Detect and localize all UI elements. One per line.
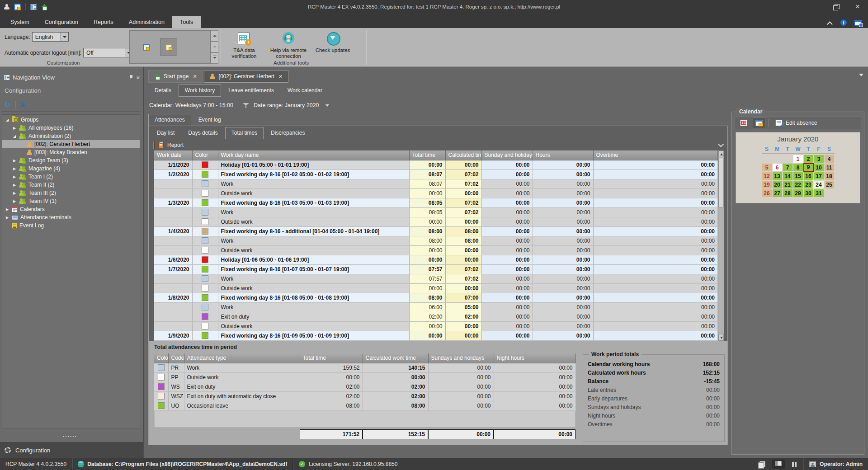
- close-tab-icon[interactable]: ✕: [193, 74, 197, 80]
- calendar-day-28[interactable]: 28: [783, 189, 793, 197]
- calendar-day-31[interactable]: 31: [814, 189, 824, 197]
- column-header-total-time[interactable]: Total time: [409, 150, 445, 160]
- menu-tab-tools[interactable]: Tools: [172, 16, 201, 28]
- expander-open-icon[interactable]: ◢: [12, 134, 17, 138]
- tree-item-groups[interactable]: ◢Groups: [2, 116, 140, 124]
- tree-item-event-log[interactable]: Event Log: [2, 221, 140, 230]
- restore-button[interactable]: [826, 0, 847, 14]
- date-range-dropdown[interactable]: Date range: January 2020: [254, 102, 319, 108]
- window-options-icon[interactable]: [854, 20, 862, 26]
- report-row[interactable]: Work06:0005:0000:0000:0000:00: [154, 302, 718, 312]
- summary-row[interactable]: WSExit on duty02:0002:0000:0000:00: [154, 382, 576, 391]
- tab-leave-entitlements[interactable]: Leave entitlements: [222, 85, 280, 97]
- report-row[interactable]: Work08:0008:0000:0000:0000:00: [154, 236, 718, 245]
- scrollbar-thumb[interactable]: [718, 158, 724, 207]
- auto-logout-select[interactable]: Off: [83, 48, 133, 57]
- expander-closed-icon[interactable]: ▶: [12, 183, 17, 187]
- documents-icon[interactable]: [760, 461, 765, 467]
- info-icon[interactable]: [840, 19, 847, 26]
- report-row[interactable]: Work08:0707:0200:0000:0000:00: [154, 179, 718, 188]
- calendar-day-12[interactable]: 12: [762, 172, 772, 180]
- close-panel-icon[interactable]: [136, 74, 140, 81]
- column-header-color[interactable]: Color: [192, 150, 218, 160]
- dropdown-arrow-icon[interactable]: [61, 33, 68, 41]
- report-row[interactable]: Outside work00:0000:0000:0000:0000:00: [154, 217, 718, 226]
- column-header-total-time[interactable]: Total time: [300, 353, 363, 363]
- report-row[interactable]: 1/1/2020Holiday [01-01 05:00 - 01-01 19:…: [154, 160, 718, 169]
- t-a-data-verification-button[interactable]: T&A data verification: [223, 30, 265, 59]
- expander-closed-icon[interactable]: ▶: [5, 216, 9, 220]
- calendar-day-6[interactable]: 6: [772, 163, 783, 172]
- gallery-item-2-selected[interactable]: [160, 39, 177, 55]
- calendar-day-26[interactable]: 26: [762, 189, 772, 197]
- vertical-scrollbar[interactable]: [718, 150, 724, 341]
- scroll-up-icon[interactable]: [718, 150, 724, 157]
- tab-discrepancies[interactable]: Discrepancies: [264, 127, 311, 139]
- language-select[interactable]: English: [32, 32, 69, 42]
- toolbar-grip[interactable]: [153, 141, 155, 149]
- tab-work-calendar[interactable]: Work calendar: [281, 85, 329, 97]
- check-updates-button[interactable]: Check updates: [312, 30, 354, 59]
- expander-closed-icon[interactable]: ▶: [12, 199, 17, 203]
- tab-list-dropdown-icon[interactable]: [859, 74, 863, 76]
- tree-item-magazine-4[interactable]: ▶Magazine (4): [2, 164, 140, 173]
- calendar-day-4[interactable]: 4: [824, 155, 835, 163]
- calendar-day-16[interactable]: 16: [803, 172, 814, 180]
- pin-icon[interactable]: [129, 75, 133, 80]
- menu-tab-reports[interactable]: Reports: [86, 16, 121, 28]
- report-row[interactable]: Outside work00:0000:0000:0000:0000:00: [154, 245, 718, 255]
- tree-item-attendance-terminals[interactable]: ▶Attendance terminals: [2, 213, 140, 221]
- scroll-up-icon[interactable]: [211, 30, 218, 42]
- report-row[interactable]: 1/6/2020Holiday [01-06 05:00 - 01-06 19:…: [154, 255, 718, 264]
- report-row[interactable]: Outside work00:0000:0000:0000:0000:00: [154, 188, 718, 198]
- chevron-down-icon[interactable]: [326, 104, 329, 107]
- tree-item-team-i-2[interactable]: ▶Team I (2): [2, 173, 140, 181]
- column-header-sundays-and-holidays[interactable]: Sundays and holidays: [428, 353, 494, 363]
- menu-tab-administration[interactable]: Administration: [121, 16, 172, 28]
- tree-item-003-mckay-branden[interactable]: [003]: Mckay Branden: [2, 148, 140, 156]
- calendar-day-23[interactable]: 23: [803, 180, 814, 189]
- minimize-button[interactable]: [806, 0, 826, 14]
- calendar-day-2[interactable]: 2: [803, 155, 814, 163]
- calendar-day-24[interactable]: 24: [814, 180, 824, 189]
- calendar-day-15[interactable]: 15: [793, 172, 803, 180]
- refresh-icon[interactable]: [5, 101, 12, 108]
- scroll-down-icon[interactable]: [718, 334, 724, 341]
- calendar-day-14[interactable]: 14: [783, 172, 793, 180]
- expander-closed-icon[interactable]: ▶: [12, 159, 17, 163]
- tree-item-team-ii-2[interactable]: ▶Team II (2): [2, 181, 140, 189]
- report-row[interactable]: 1/3/2020Fixed working day 8-16 [01-03 05…: [154, 198, 718, 207]
- tree-item-team-iv-1[interactable]: ▶Team IV (1): [2, 197, 140, 205]
- collapse-ribbon-icon[interactable]: [826, 19, 833, 26]
- report-row[interactable]: Outside work00:0000:0000:0000:0000:00: [154, 283, 718, 293]
- tab-attendances[interactable]: Attendances: [148, 114, 191, 126]
- panel-resize-grip[interactable]: ......: [0, 432, 140, 438]
- report-row[interactable]: 1/4/2020Fixed working day 8-16 - additio…: [154, 226, 718, 236]
- column-header-calculated-time[interactable]: Calculated time: [445, 150, 481, 160]
- report-row[interactable]: Work07:5707:0200:0000:0000:00: [154, 274, 718, 283]
- column-header-work-date[interactable]: Work date: [154, 150, 192, 160]
- edit-absence-button[interactable]: Edit absence: [773, 118, 820, 128]
- calendar-day-3[interactable]: 3: [814, 155, 824, 163]
- calendar-day-10[interactable]: 10: [814, 163, 824, 172]
- column-header-overtime[interactable]: Overtime: [593, 150, 718, 160]
- calendar-day-30[interactable]: 30: [803, 189, 814, 197]
- expander-closed-icon[interactable]: ▶: [12, 191, 17, 195]
- calendar-day-18[interactable]: 18: [824, 172, 835, 180]
- collapse-all-icon[interactable]: [19, 101, 27, 108]
- doc-tab-002-gerstner-herbert[interactable]: [002]: Gerstner Herbert✕: [204, 70, 289, 83]
- log-book-icon[interactable]: [792, 461, 797, 467]
- menu-tab-configuration[interactable]: Configuration: [37, 16, 86, 28]
- summary-row[interactable]: PRWork159:52140:1500:0000:00: [154, 363, 576, 372]
- expander-closed-icon[interactable]: ▶: [12, 126, 17, 130]
- report-row[interactable]: Outside work00:0000:0000:0000:0000:00: [154, 321, 718, 331]
- tab-day-list[interactable]: Day list: [151, 127, 181, 139]
- tab-work-history[interactable]: Work history: [179, 85, 221, 97]
- tree-item-team-iii-2[interactable]: ▶Team III (2): [2, 189, 140, 197]
- summary-row[interactable]: UOOccasional leave08:0008:0000:0000:00: [154, 401, 576, 410]
- close-tab-icon[interactable]: ✕: [278, 74, 283, 80]
- summary-row[interactable]: PPOutside work00:0000:0000:0000:00: [154, 372, 576, 382]
- column-header-sunday-and-holidays[interactable]: Sunday and holidays: [481, 150, 533, 160]
- column-header-night-hours[interactable]: Night hours: [494, 353, 576, 363]
- tree-item-calendars[interactable]: ▶Calendars: [2, 205, 140, 213]
